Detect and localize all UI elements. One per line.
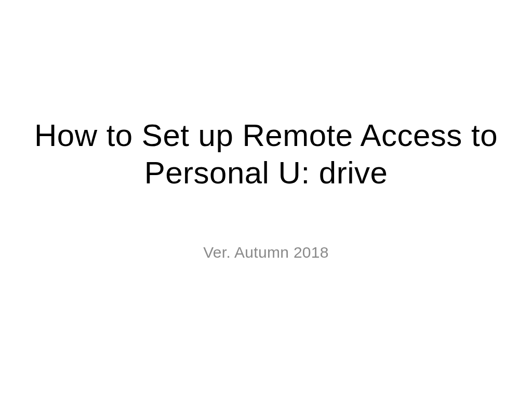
slide-container: How to Set up Remote Access to Personal … [0,117,532,261]
slide-title: How to Set up Remote Access to Personal … [31,117,501,192]
slide-subtitle: Ver. Autumn 2018 [31,244,501,261]
